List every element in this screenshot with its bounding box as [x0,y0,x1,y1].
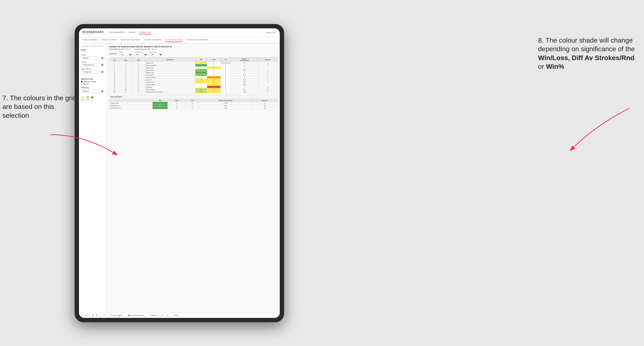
sub-nav-player-h2h-grid[interactable]: PLAYER H2H GRID [166,38,182,42]
main-data-table: #Div #Reg #Conf Opponent Win Loss Tie Di… [109,57,277,93]
layout-btn[interactable]: ⊞ [160,314,164,317]
table-cell: 4 [231,64,258,67]
division-select[interactable]: NCAA Division III [81,63,104,67]
table-row: 19106Emily Chang4100.311 [109,88,277,91]
table-row: 1822Euna Lee010-52 [109,86,277,88]
table-cell: 0 [195,67,207,69]
col-opponent: Opponent [145,58,196,62]
radio-dot-opponents [81,81,82,82]
nav-teams[interactable]: TEAMS [128,31,136,34]
filter-opponent-group: Opponent (All) [150,51,163,56]
table-cell: 3 [258,64,277,67]
table-cell: 1 [207,67,221,69]
ood-table-cell: 5 [153,107,168,109]
nav-tournaments[interactable]: TOURNAMENTS [108,31,125,34]
gender-select[interactable]: Women's [81,56,104,60]
table-cell: 4 [195,88,207,91]
radio-label-top100: Top 100 [83,83,89,85]
copy-icon[interactable]: ⊞ [92,314,94,317]
table-cell: 11 [258,88,277,91]
table-cell: 19 [109,88,120,91]
table-cell: 1 [207,86,221,88]
filter-opponent-select[interactable]: (All) [150,53,163,56]
bottom-toolbar: ↺ ↻ ↺ ⊞ ⊟ — ⏱ 👁 View: Original 💾 Save Cu… [79,313,280,318]
table-cell: 2 [132,86,145,88]
ood-col-header: Diff Av Strokes/Rnd [199,99,252,102]
grid-title: Katelyn Vo Head-to-Head Grid for Women's… [109,45,277,48]
radio-opponents-played[interactable]: Opponents Played [81,81,104,82]
undo2-icon[interactable]: ↺ [88,314,90,317]
table-row: 633Sydney Kuo010-1 [109,67,277,69]
table-cell: 11 [120,74,132,76]
table-cell: Stella Cheng [145,81,196,83]
dash-icon[interactable]: — [100,314,101,317]
table-cell: Emily Chang [145,88,196,91]
col-conf: #Conf [132,58,145,62]
grid-btn[interactable]: ⊟ [166,314,169,317]
watch-btn[interactable]: 👁 Watch ▾ [149,314,159,317]
clock-icon[interactable]: ⏱ [103,314,105,317]
tablet-screen: SCOREBOARD Powered by clippd TOURNAMENTS… [79,28,280,318]
sub-nav-player-h2h-heatmap[interactable]: PLAYER H2H HEATMAP [186,38,208,42]
left-annotation-text: 7. The colours in the grid are based on … [2,94,76,119]
sub-nav-team-h2h-heatmap[interactable]: TEAM H2H HEATMAP [120,38,140,42]
col-tie: Tie [220,58,231,62]
right-annotation: 8. The colour shade will change dependin… [538,36,639,71]
table-cell: 7 [120,79,132,81]
table-cell: 0 [220,71,231,74]
table-cell: Euna Lee [145,86,196,88]
ood-col-header: Rounds [252,99,277,102]
out-of-division-table: WinLossTieDiff Av Strokes/RndRoundsForei… [109,99,277,109]
table-cell: Federica Domecq Lacroze [145,91,196,93]
redo-icon[interactable]: ↻ [85,314,87,317]
player-rank-select[interactable]: 8. Katelyn Vo [81,70,104,74]
table-cell: 13 [109,76,120,79]
table-cell: 0 [220,64,231,67]
table-cell [258,83,277,86]
sub-nav-player-summary[interactable]: PLAYER SUMMARY [144,38,162,42]
table-cell: 2 [195,79,207,81]
table-cell: 1.25 [231,81,258,83]
toolbar-sep3 [146,314,147,317]
filter-conference-select[interactable]: (All) [134,53,148,56]
table-cell: 4 [258,81,277,83]
table-cell: 0 [220,74,231,76]
table-cell: 2 [195,71,207,74]
table-cell: 0 [207,69,221,71]
sub-nav-team-h2h-grid[interactable]: TEAM H2H GRID [102,38,117,42]
table-cell: 0 [220,83,231,86]
main-content: Last Updated: 27/03/2024 16:55:38 Player… [79,43,280,313]
save-custom-view-btn[interactable]: 💾 Save Custom View [127,314,145,317]
out-of-division-header: Out of division [109,95,277,99]
ood-table-cell: 0 [186,104,199,107]
opponent-view-title: Opponent view [81,78,104,80]
logo-area: SCOREBOARD Powered by clippd [82,30,104,35]
sign-out[interactable]: Sign out [266,31,276,34]
ood-table-cell: 0 [186,102,199,104]
legend-dot-down [82,96,84,99]
radio-top100[interactable]: Top 100 [81,83,104,85]
ood-table-cell: 0 [186,107,199,109]
ood-table-cell: 4.500 [199,102,252,104]
player-rank-label: Player (Rank) [81,68,104,70]
table-cell: 6 [258,91,277,93]
filter-region-select[interactable]: (All) [119,53,132,56]
table-cell: 9 [109,69,120,71]
undo-icon[interactable]: ↺ [81,314,83,317]
table-cell: 1 [120,69,132,71]
table-cell: 6 [120,71,132,74]
table-cell: 3 [109,62,120,64]
nav-committee[interactable]: COMMITTEE [139,31,152,34]
colour-by-select[interactable]: Win/Loss [81,89,104,93]
table-row: 522Alexis Sudjianto10043 [109,64,277,67]
radio-label-opponents: Opponents Played [83,81,96,82]
sub-nav-team-summary[interactable]: TEAM SUMMARY [82,38,98,42]
grid-records: Overall Record: 353 - 34 - 6 Division Re… [109,48,277,50]
paste-icon[interactable]: ⊟ [96,314,98,317]
view-original-btn[interactable]: 👁 View: Original [109,314,123,317]
ood-table-cell: 0 [168,102,186,104]
col-div: #Div [109,58,120,62]
col-loss: Loss [207,58,221,62]
share-btn[interactable]: ↗ Share [171,314,179,317]
table-cell: 0 [207,62,221,64]
